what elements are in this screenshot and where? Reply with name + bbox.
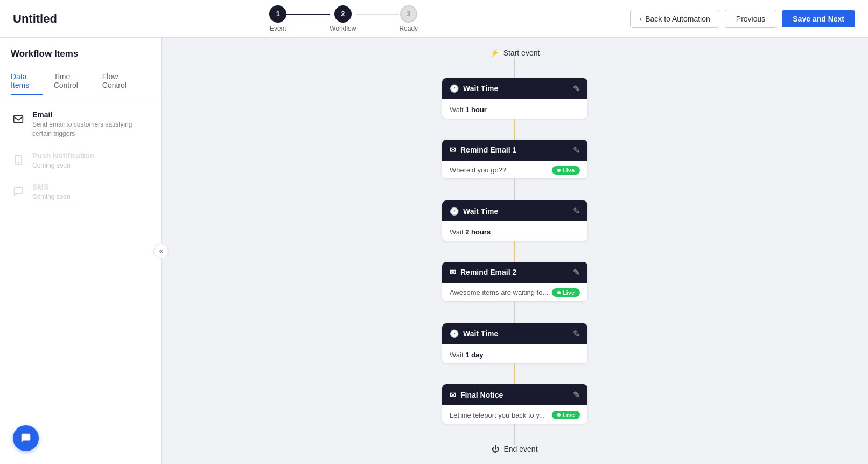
connector-wait2-remind2	[514, 241, 515, 262]
sidebar: Workflow Items Data Items Time Control F…	[0, 38, 162, 464]
connector-final-end	[514, 424, 515, 445]
edit-wait-time-1-button[interactable]: ✎	[573, 84, 580, 94]
previous-button[interactable]: Previous	[725, 10, 776, 28]
remind-email-2-header: ✉ Remind Email 2 ✎	[442, 262, 587, 283]
live-badge-1: Live	[552, 166, 580, 175]
step-1: 1 Event	[269, 5, 286, 32]
header: Untitled 1 Event 2 Workflow 3 Ready ‹ Ba…	[0, 0, 868, 38]
edit-remind-email-1-button[interactable]: ✎	[573, 145, 580, 155]
svg-rect-0	[14, 115, 23, 122]
back-to-automation-button[interactable]: ‹ Back to Automation	[630, 10, 719, 28]
tab-time-control[interactable]: Time Control	[54, 68, 92, 95]
step-circle-3: 3	[400, 5, 417, 23]
live-badge-2: Live	[552, 288, 580, 297]
sidebar-items: Email Send email to customers satisfying…	[0, 95, 161, 217]
push-item-desc: Coming soon	[32, 161, 94, 170]
sms-item-title: SMS	[32, 183, 71, 191]
remind-email-1-node: ✉ Remind Email 1 ✎ Where'd you go?? Live	[442, 140, 587, 179]
connector-wait3-final	[514, 363, 515, 384]
clock-icon-1: 🕐	[450, 84, 459, 93]
page-title: Untitled	[13, 12, 57, 26]
collapse-sidebar-button[interactable]: «	[153, 244, 169, 259]
email-item-title: Email	[32, 110, 150, 119]
connector-remind2-wait3	[514, 301, 515, 322]
final-notice-node: ✉ Final Notice ✎ Let me teleport you bac…	[442, 384, 587, 424]
edit-wait-time-3-button[interactable]: ✎	[573, 329, 580, 339]
wait-time-node-2: 🕐 Wait Time ✎ Wait 2 hours	[442, 200, 587, 241]
wait-time-3-body: Wait 1 day	[442, 344, 587, 364]
wait-time-2-body: Wait 2 hours	[442, 221, 587, 241]
email-icon-node-1: ✉	[450, 146, 456, 154]
email-icon-node-final: ✉	[450, 391, 456, 399]
remind-email-1-body: Where'd you go?? Live	[442, 161, 587, 179]
final-notice-header: ✉ Final Notice ✎	[442, 384, 587, 405]
live-badge-3: Live	[552, 411, 580, 419]
step-label-1: Event	[270, 25, 286, 32]
step-circle-2: 2	[334, 5, 352, 23]
edit-wait-time-2-button[interactable]: ✎	[573, 206, 580, 216]
save-and-next-button[interactable]: Save and Next	[782, 10, 855, 27]
remind-email-1-header: ✉ Remind Email 1 ✎	[442, 140, 587, 161]
tab-flow-control[interactable]: Flow Control	[102, 68, 139, 95]
email-icon	[11, 112, 26, 127]
sidebar-item-email[interactable]: Email Send email to customers satisfying…	[0, 104, 161, 145]
remind-email-2-node: ✉ Remind Email 2 ✎ Awesome items are wai…	[442, 262, 587, 301]
stepper: 1 Event 2 Workflow 3 Ready	[269, 5, 418, 32]
connector-start-wait1	[514, 57, 515, 78]
power-icon: ⏻	[492, 445, 499, 453]
wait-time-3-header: 🕐 Wait Time ✎	[442, 323, 587, 344]
step-label-3: Ready	[399, 25, 418, 32]
double-chevron-left-icon: «	[159, 247, 163, 255]
wait-time-1-body: Wait 1 hour	[442, 99, 587, 119]
push-icon	[11, 153, 26, 168]
end-event-node: ⏻ End event	[492, 445, 537, 453]
step-circle-1: 1	[269, 5, 286, 23]
step-3: 3 Ready	[399, 5, 418, 32]
push-item-title: Push Notification	[32, 151, 94, 160]
chat-button[interactable]	[13, 425, 39, 451]
header-actions: ‹ Back to Automation Previous Save and N…	[630, 10, 855, 28]
final-notice-body: Let me teleport you back to y... Live	[442, 405, 587, 424]
clock-icon-3: 🕐	[450, 329, 459, 338]
email-icon-node-2: ✉	[450, 268, 456, 276]
main-layout: Workflow Items Data Items Time Control F…	[0, 38, 868, 464]
sidebar-item-push: Push Notification Coming soon	[0, 145, 161, 177]
step-label-2: Workflow	[330, 25, 356, 32]
step-line-2-3	[356, 14, 399, 15]
wait-time-node-3: 🕐 Wait Time ✎ Wait 1 day	[442, 323, 587, 364]
connector-remind1-wait2	[514, 178, 515, 199]
sidebar-tabs: Data Items Time Control Flow Control	[0, 68, 161, 95]
email-item-desc: Send email to customers satisfying certa…	[32, 120, 150, 138]
step-2: 2 Workflow	[330, 5, 356, 32]
start-event-node: ⚡ Start event	[490, 49, 540, 57]
tab-data-items[interactable]: Data Items	[11, 68, 43, 95]
lightning-icon: ⚡	[490, 49, 499, 57]
edit-remind-email-2-button[interactable]: ✎	[573, 267, 580, 278]
connector-wait1-remind1	[514, 119, 515, 140]
workflow-canvas: ⚡ Start event 🕐 Wait Time ✎ Wait 1 hour	[162, 38, 868, 464]
sidebar-title: Workflow Items	[0, 49, 161, 68]
sms-icon	[11, 184, 26, 199]
clock-icon-2: 🕐	[450, 207, 459, 216]
chevron-left-icon: ‹	[639, 15, 642, 23]
remind-email-2-body: Awesome items are waiting fo... Live	[442, 283, 587, 301]
wait-time-2-header: 🕐 Wait Time ✎	[442, 200, 587, 221]
wait-time-node-1: 🕐 Wait Time ✎ Wait 1 hour	[442, 78, 587, 119]
edit-final-notice-button[interactable]: ✎	[573, 390, 580, 400]
svg-point-2	[18, 162, 19, 163]
step-line-1-2	[286, 14, 330, 15]
sidebar-item-sms: SMS Coming soon	[0, 176, 161, 208]
wait-time-1-header: 🕐 Wait Time ✎	[442, 78, 587, 99]
sms-item-desc: Coming soon	[32, 192, 71, 202]
